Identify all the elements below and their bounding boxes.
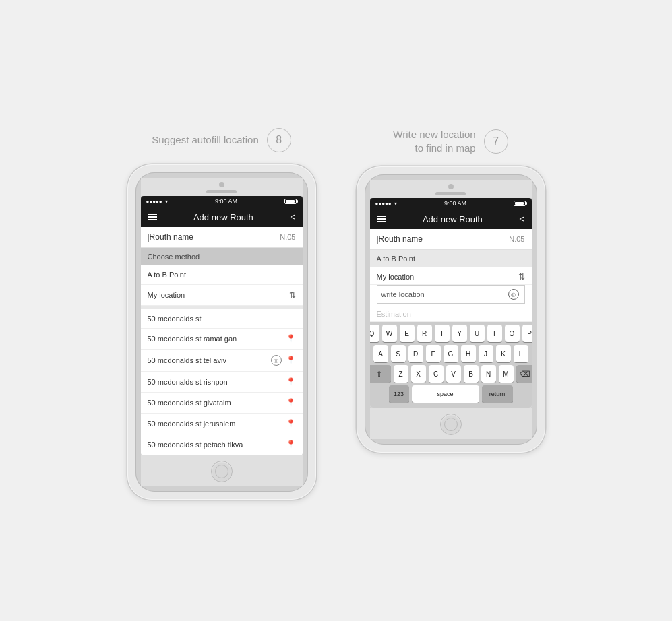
key-h[interactable]: H: [461, 345, 476, 362]
phone2-section-header: A to B Point: [370, 250, 532, 267]
key-t[interactable]: T: [435, 325, 450, 342]
phone1-time: 9:00 AM: [215, 198, 237, 205]
key-q[interactable]: Q: [370, 325, 379, 342]
phone2-fingerprint-icon[interactable]: ◎: [508, 289, 519, 300]
phone1-list-item-atob[interactable]: A to B Point: [141, 265, 303, 285]
phone1-myloc-text: My location: [148, 291, 185, 299]
phone1-signal-text: ●●●●●: [146, 199, 162, 205]
phone1-bottom: [141, 455, 303, 486]
phone1-nav-bar: Add new Routh <: [141, 207, 303, 227]
key-g[interactable]: G: [444, 345, 458, 362]
key-c[interactable]: C: [429, 365, 444, 383]
phone1-screen: ●●●●● ▾ 9:00 AM: [141, 196, 303, 455]
key-s[interactable]: S: [391, 345, 406, 362]
key-v[interactable]: V: [446, 365, 461, 383]
phone2-wifi-icon: ▾: [394, 201, 397, 207]
key-f[interactable]: F: [426, 345, 441, 362]
key-l[interactable]: L: [514, 345, 528, 362]
phone1-rishpon-loc-icon: 📍: [286, 377, 296, 387]
phone2-speaker: [435, 192, 466, 195]
phone1-list-item-mcd[interactable]: 50 mcdonalds st: [141, 306, 303, 329]
phone2-home-button-inner: [444, 418, 458, 431]
phone1-route-name-placeholder[interactable]: |Routh name: [148, 232, 194, 242]
phone1-badge: 8: [267, 128, 291, 152]
phone2-section: Write new location to find in map 7 ●●●●…: [357, 128, 545, 453]
key-return[interactable]: return: [482, 385, 513, 403]
phone1-back-button[interactable]: <: [290, 211, 295, 222]
phone2-back-button[interactable]: <: [519, 214, 524, 224]
keyboard-row-2: A S D F G H J K L: [372, 345, 530, 362]
key-o[interactable]: O: [505, 325, 520, 342]
phone1-home-button-inner: [215, 465, 228, 478]
key-i[interactable]: I: [487, 325, 502, 342]
key-j[interactable]: J: [479, 345, 493, 362]
key-shift[interactable]: ⇧: [370, 365, 391, 383]
phone1-menu-icon[interactable]: [148, 214, 157, 220]
phone1-telaviv-icons: ◎ 📍: [271, 355, 296, 366]
phone1-list-item-telaviv[interactable]: 50 mcdonalds st tel aviv ◎ 📍: [141, 350, 303, 372]
phone1-givataim-text: 50 mcdonalds st givataim: [148, 399, 231, 407]
phone2-write-location-row[interactable]: write location ◎: [377, 285, 525, 304]
phone1-list-item-ramatgan[interactable]: 50 mcdonalds st ramat gan 📍: [141, 329, 303, 350]
phone2-menu-icon[interactable]: [377, 216, 386, 222]
key-w[interactable]: W: [382, 325, 397, 342]
phone2-route-name-placeholder[interactable]: |Routh name: [377, 234, 423, 244]
key-a[interactable]: A: [373, 345, 388, 362]
phone2-bottom: [370, 408, 532, 439]
phone1-inner: ●●●●● ▾ 9:00 AM: [135, 172, 308, 492]
phone1-list-item-givataim[interactable]: 50 mcdonalds st givataim 📍: [141, 393, 303, 414]
phone2-battery-fill: [515, 202, 524, 205]
key-u[interactable]: U: [470, 325, 485, 342]
key-delete[interactable]: ⌫: [516, 365, 532, 383]
phone1-list-item-jerusalem[interactable]: 50 mcdonalds st jerusalem 📍: [141, 414, 303, 434]
key-numbers[interactable]: 123: [389, 385, 409, 403]
phone2-keyboard: Q W E R T Y U I O P A: [370, 322, 532, 408]
key-d[interactable]: D: [408, 345, 423, 362]
phone1-telaviv-loc-icon: 📍: [286, 356, 296, 365]
phone1-camera: [219, 182, 224, 187]
phone2-signal-text: ●●●●●: [375, 201, 392, 207]
phone1-home-button[interactable]: [211, 461, 233, 482]
phone2-swap-icon: ⇅: [518, 272, 525, 282]
p2-hamburger-line-3: [377, 221, 386, 222]
phone1-atob-text: A to B Point: [148, 271, 186, 279]
phone1-label: Suggest autofill location: [152, 133, 258, 147]
phone2-myloc-row[interactable]: My location ⇅: [370, 267, 532, 285]
phone2-time: 9:00 AM: [444, 200, 466, 207]
phone2-badge: 7: [484, 129, 508, 154]
key-b[interactable]: B: [464, 365, 479, 383]
phone1-swap-icon: ⇅: [289, 290, 296, 300]
phone2-shell: ●●●●● ▾ 9:00 AM: [357, 166, 545, 453]
phone2-write-location-placeholder: write location: [381, 290, 425, 298]
phone1-route-number: N.05: [280, 233, 295, 241]
phone1-top: [141, 178, 303, 196]
phone2-battery: [514, 201, 526, 206]
phone1-petachtikva-loc-icon: 📍: [286, 440, 296, 449]
phone2-label-row: Write new location to find in map 7: [393, 128, 508, 154]
phone1-choose-method[interactable]: Choose method: [141, 248, 303, 265]
key-space[interactable]: space: [412, 385, 479, 403]
key-x[interactable]: X: [411, 365, 426, 383]
key-z[interactable]: Z: [394, 365, 408, 383]
phone1-status-bar: ●●●●● ▾ 9:00 AM: [141, 196, 303, 207]
phone1-list-item-rishpon[interactable]: 50 mcdonalds st rishpon 📍: [141, 372, 303, 393]
phone2-estimation-text: Estimation: [377, 310, 411, 318]
phone2-home-button[interactable]: [440, 414, 462, 435]
phone1-jerusalem-loc-icon: 📍: [286, 419, 296, 428]
key-k[interactable]: K: [496, 345, 511, 362]
key-p[interactable]: P: [522, 325, 532, 342]
phone2-signal: ●●●●● ▾: [375, 201, 397, 207]
key-m[interactable]: M: [499, 365, 514, 383]
key-n[interactable]: N: [481, 365, 496, 383]
phone1-list-item-myloc[interactable]: My location ⇅: [141, 285, 303, 306]
key-r[interactable]: R: [417, 325, 432, 342]
key-e[interactable]: E: [400, 325, 415, 342]
phone2-estimation-row: Estimation: [370, 306, 532, 322]
keyboard-row-3: ⇧ Z X C V B N M ⌫: [372, 365, 530, 383]
phone1-fingerprint-icon: ◎: [271, 355, 282, 366]
key-y[interactable]: Y: [452, 325, 467, 342]
phone2-camera: [448, 184, 454, 189]
phone1-rishpon-text: 50 mcdonalds st rishpon: [148, 378, 228, 386]
phone1-list-item-petachtikva[interactable]: 50 mcdonalds st petach tikva 📍: [141, 434, 303, 455]
keyboard-row-4: 123 space return: [372, 385, 530, 403]
